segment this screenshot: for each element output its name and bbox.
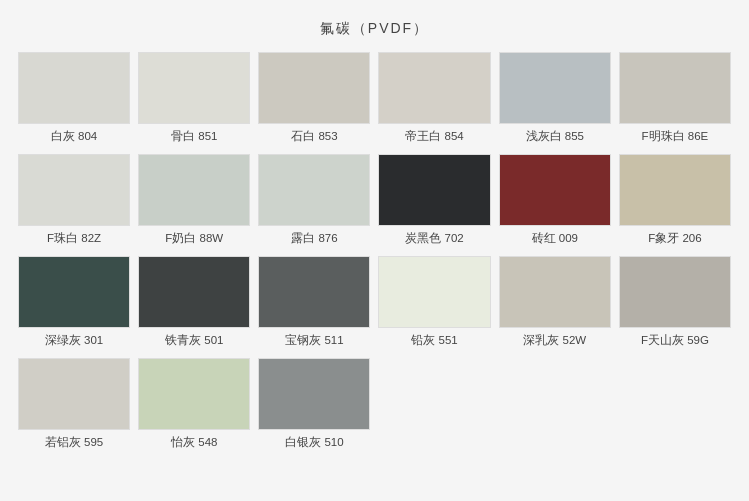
- color-swatch-c9: [258, 154, 370, 226]
- color-label-c5: 浅灰白 855: [526, 129, 584, 144]
- color-item-c8: F奶白 88W: [138, 154, 250, 246]
- color-item-c19: 若铝灰 595: [18, 358, 130, 450]
- color-label-c3: 石白 853: [291, 129, 337, 144]
- color-label-c11: 砖红 009: [532, 231, 578, 246]
- color-label-c20: 怡灰 548: [171, 435, 217, 450]
- color-label-c6: F明珠白 86E: [642, 129, 709, 144]
- color-swatch-c13: [18, 256, 130, 328]
- color-grid: 白灰 804骨白 851石白 853帝王白 854浅灰白 855F明珠白 86E…: [10, 52, 739, 450]
- color-item-c7: F珠白 82Z: [18, 154, 130, 246]
- color-label-c2: 骨白 851: [171, 129, 217, 144]
- color-item-c9: 露白 876: [258, 154, 370, 246]
- color-item-c1: 白灰 804: [18, 52, 130, 144]
- color-item-c4: 帝王白 854: [378, 52, 490, 144]
- color-swatch-c10: [378, 154, 490, 226]
- color-label-c21: 白银灰 510: [285, 435, 343, 450]
- color-label-c7: F珠白 82Z: [47, 231, 101, 246]
- color-swatch-c18: [619, 256, 731, 328]
- color-label-c4: 帝王白 854: [405, 129, 463, 144]
- color-swatch-c7: [18, 154, 130, 226]
- color-item-c21: 白银灰 510: [258, 358, 370, 450]
- color-label-c12: F象牙 206: [648, 231, 701, 246]
- color-swatch-c16: [378, 256, 490, 328]
- color-label-c10: 炭黑色 702: [405, 231, 463, 246]
- color-swatch-c14: [138, 256, 250, 328]
- color-item-c2: 骨白 851: [138, 52, 250, 144]
- color-item-c17: 深乳灰 52W: [499, 256, 611, 348]
- color-swatch-c15: [258, 256, 370, 328]
- color-label-c13: 深绿灰 301: [45, 333, 103, 348]
- color-swatch-c21: [258, 358, 370, 430]
- color-swatch-c1: [18, 52, 130, 124]
- color-item-c11: 砖红 009: [499, 154, 611, 246]
- color-label-c19: 若铝灰 595: [45, 435, 103, 450]
- color-swatch-c20: [138, 358, 250, 430]
- color-swatch-c19: [18, 358, 130, 430]
- color-item-c12: F象牙 206: [619, 154, 731, 246]
- color-label-c16: 铅灰 551: [411, 333, 457, 348]
- color-label-c18: F天山灰 59G: [641, 333, 709, 348]
- color-swatch-c11: [499, 154, 611, 226]
- color-item-c13: 深绿灰 301: [18, 256, 130, 348]
- color-item-c10: 炭黑色 702: [378, 154, 490, 246]
- color-swatch-c17: [499, 256, 611, 328]
- color-item-c20: 怡灰 548: [138, 358, 250, 450]
- page-title: 氟碳（PVDF）: [10, 20, 739, 38]
- color-swatch-c5: [499, 52, 611, 124]
- color-swatch-c12: [619, 154, 731, 226]
- color-item-c16: 铅灰 551: [378, 256, 490, 348]
- color-label-c1: 白灰 804: [51, 129, 97, 144]
- color-swatch-c3: [258, 52, 370, 124]
- color-label-c8: F奶白 88W: [165, 231, 223, 246]
- color-label-c9: 露白 876: [291, 231, 337, 246]
- color-swatch-c6: [619, 52, 731, 124]
- color-item-c18: F天山灰 59G: [619, 256, 731, 348]
- color-item-c3: 石白 853: [258, 52, 370, 144]
- color-label-c17: 深乳灰 52W: [523, 333, 586, 348]
- color-label-c14: 铁青灰 501: [165, 333, 223, 348]
- color-item-c15: 宝钢灰 511: [258, 256, 370, 348]
- color-swatch-c8: [138, 154, 250, 226]
- color-item-c14: 铁青灰 501: [138, 256, 250, 348]
- color-item-c5: 浅灰白 855: [499, 52, 611, 144]
- color-swatch-c2: [138, 52, 250, 124]
- color-swatch-c4: [378, 52, 490, 124]
- color-item-c6: F明珠白 86E: [619, 52, 731, 144]
- color-label-c15: 宝钢灰 511: [285, 333, 343, 348]
